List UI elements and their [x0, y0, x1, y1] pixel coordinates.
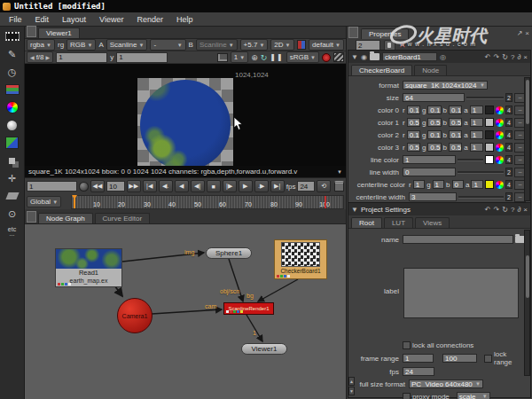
size-input[interactable]: 64 — [403, 93, 465, 102]
revert-icon[interactable]: ↻ — [502, 53, 508, 61]
lock-range-checkbox[interactable] — [484, 355, 492, 363]
filter-nodes-icon[interactable] — [3, 118, 22, 132]
frame-range-end-input[interactable]: 100 — [442, 354, 477, 363]
line-color-input[interactable]: 1 — [403, 155, 456, 164]
proxy-scale-dropdown[interactable]: scale▼ — [457, 392, 490, 399]
menu-viewer[interactable]: Viewer — [99, 15, 123, 24]
clear-panels-icon[interactable]: ✕ — [399, 41, 406, 50]
node-name-input[interactable]: ckerBoard1 — [382, 52, 437, 61]
center-in-graph-icon[interactable]: ◎ — [440, 53, 446, 61]
color1-b-input[interactable]: 0.5 — [449, 118, 462, 127]
proxy-toggle-icon[interactable] — [217, 53, 228, 62]
dimension-dropdown[interactable]: 2D▼ — [270, 39, 293, 51]
display-channel-dropdown[interactable]: RGB▼ — [66, 39, 96, 51]
full-size-format-dropdown[interactable]: PC_Video 640x480▼ — [409, 379, 483, 388]
input-b-mode-dropdown[interactable]: Scanline▼ — [196, 39, 238, 51]
menu-render[interactable]: Render — [137, 15, 163, 24]
pause-icon[interactable]: ❚❚ — [270, 53, 283, 61]
color2-b-input[interactable]: 0.1 — [449, 130, 462, 139]
color3-g-input[interactable]: 0.5 — [427, 143, 441, 152]
tab-viewer1[interactable]: Viewer1 — [38, 27, 80, 38]
node-scanlinerender1[interactable]: ScanlineRender1 — [223, 302, 274, 315]
menu-help[interactable]: Help — [176, 15, 193, 24]
time-nodes-icon[interactable]: ◷ — [3, 65, 22, 79]
zoom-level-dropdown[interactable]: +5.7▼ — [240, 39, 269, 51]
prev-keyframe-button[interactable]: ◀. — [159, 180, 173, 192]
zebra-overlay-icon[interactable] — [333, 52, 344, 62]
centerline-b-input[interactable]: 0 — [452, 180, 464, 189]
revert-icon[interactable]: ↻ — [502, 206, 508, 214]
color1-wheel-icon[interactable] — [496, 119, 504, 127]
tab-node[interactable]: Node — [414, 65, 447, 75]
scroll-up-icon[interactable]: ▲ — [348, 377, 355, 386]
node-camera1[interactable]: Camera1 — [117, 298, 153, 333]
color3-a-input[interactable]: 1 — [470, 143, 483, 152]
node-read1[interactable]: Read1 earth_map.ex — [55, 248, 122, 287]
pane-menu-icon[interactable] — [348, 27, 358, 38]
node-viewer1[interactable]: Viewer1 — [241, 343, 287, 355]
roi-icon[interactable]: ⊕ — [251, 53, 258, 62]
line-color-slider[interactable] — [458, 159, 483, 161]
frame-range-start-input[interactable]: 1 — [403, 354, 434, 363]
script-icon[interactable]: ∂ — [517, 53, 520, 61]
tab-curve-editor[interactable]: Curve Editor — [95, 213, 150, 223]
collapse-panel-icon[interactable]: ▼ — [351, 53, 358, 61]
tab-node-graph[interactable]: Node Graph — [38, 213, 93, 223]
image-nodes-icon[interactable] — [3, 29, 22, 43]
redo-icon[interactable]: ↷ — [494, 53, 500, 61]
node-folder-icon[interactable] — [370, 53, 379, 60]
input-a-mode-dropdown[interactable]: Scanline▼ — [106, 39, 148, 51]
centerline-width-input[interactable]: 3 — [409, 192, 457, 201]
centerline-width-slider[interactable] — [458, 196, 504, 199]
color0-g-input[interactable]: 0.1 — [427, 106, 441, 114]
stereo-view-dropdown[interactable]: default▼ — [309, 39, 344, 51]
color2-swatch[interactable] — [485, 130, 494, 139]
frame-increment-input[interactable]: 10 — [106, 181, 125, 192]
color2-r-input[interactable]: 0.1 — [407, 130, 420, 139]
aperture-control[interactable]: ◀ f/8 ▶ — [27, 51, 53, 63]
fastforward-button[interactable]: ▶▶ — [127, 180, 141, 192]
color0-b-input[interactable]: 0.1 — [449, 106, 462, 114]
color3-swatch[interactable] — [485, 143, 494, 152]
timeline-ruler[interactable]: 10 20 30 40 50 60 70 80 90 100 — [71, 195, 344, 209]
input-process-icon[interactable] — [322, 53, 331, 62]
current-frame-input[interactable]: 1 — [27, 181, 77, 192]
next-keyframe-button[interactable]: .▶ — [254, 180, 269, 192]
centerline-g-input[interactable]: 1 — [433, 180, 444, 189]
close-panel-icon[interactable]: × — [523, 53, 528, 61]
color3-wheel-icon[interactable] — [496, 144, 504, 152]
other-nodes-icon[interactable]: etc... — [3, 224, 22, 239]
scroll-down-icon[interactable]: ▼ — [348, 387, 355, 395]
project-settings-scrollbar[interactable] — [524, 230, 530, 376]
help-icon[interactable]: ? — [511, 206, 514, 214]
keyer-nodes-icon[interactable] — [3, 136, 22, 150]
goto-start-button[interactable]: |◀ — [143, 180, 157, 192]
gamma-input[interactable]: 1 — [116, 52, 168, 63]
viewer-canvas[interactable]: 1024,1024 — [25, 64, 346, 166]
tab-lut[interactable]: LUT — [384, 217, 413, 228]
close-pane-icon[interactable]: × — [525, 29, 529, 37]
line-width-slider[interactable] — [458, 171, 504, 174]
flipbook-icon[interactable] — [297, 40, 306, 50]
loop-mode-button[interactable]: ⟲ — [317, 180, 331, 192]
centerline-color-swatch[interactable] — [485, 180, 494, 189]
wipe-dropdown[interactable]: -▼ — [150, 39, 185, 51]
goto-end-button[interactable]: ▶| — [270, 180, 285, 192]
frame-range-mode-dropdown[interactable]: Global▼ — [27, 196, 61, 207]
step-forward-button[interactable]: |▶ — [223, 180, 237, 192]
script-icon[interactable]: ∂ — [517, 206, 520, 214]
color2-a-input[interactable]: 1 — [470, 130, 483, 139]
proxy-mode-checkbox[interactable] — [403, 393, 411, 399]
redo-icon[interactable]: ↷ — [494, 206, 500, 214]
close-panel-icon[interactable]: × — [523, 206, 528, 214]
channel-nodes-icon[interactable] — [3, 82, 22, 97]
color2-wheel-icon[interactable] — [496, 131, 504, 139]
project-label-textarea[interactable] — [403, 268, 519, 318]
lock-all-connections-checkbox[interactable] — [403, 341, 411, 349]
color0-wheel-icon[interactable] — [496, 106, 504, 114]
script-name-input[interactable] — [403, 235, 513, 244]
tab-checkerboard[interactable]: CheckerBoard — [351, 65, 412, 75]
draw-nodes-icon[interactable]: ✎ — [3, 47, 22, 61]
play-button[interactable]: ▶ — [239, 180, 253, 192]
stop-button[interactable]: ■ — [207, 180, 221, 192]
